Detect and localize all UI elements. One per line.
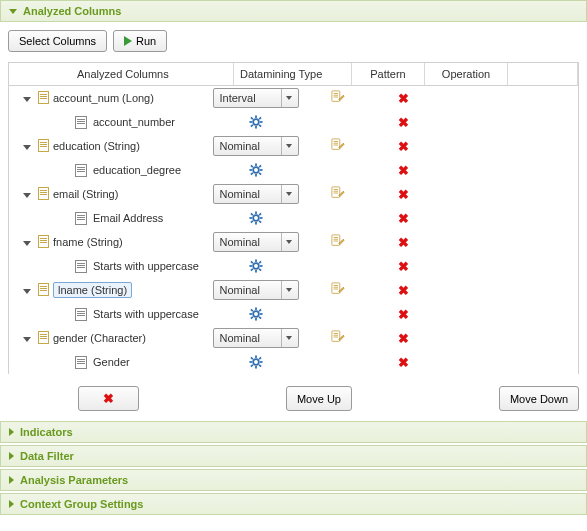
svg-rect-51 — [258, 261, 261, 264]
delete-button[interactable]: ✖ — [78, 386, 139, 411]
column-name: fname (String) — [51, 236, 203, 248]
delete-icon[interactable]: ✖ — [398, 283, 409, 298]
table-row[interactable]: gender (Character)Nominal✖ — [9, 326, 578, 350]
svg-rect-63 — [250, 316, 253, 319]
datamining-dropdown[interactable]: Nominal — [213, 328, 299, 348]
expand-icon[interactable] — [23, 97, 31, 102]
section-data-filter[interactable]: Data Filter — [0, 445, 587, 467]
svg-rect-22 — [250, 165, 253, 168]
table-header: Analyzed Columns Datamining Type Pattern… — [9, 63, 578, 86]
datamining-dropdown[interactable]: Nominal — [213, 184, 299, 204]
datamining-dropdown[interactable]: Nominal — [213, 232, 299, 252]
delete-icon[interactable]: ✖ — [398, 259, 409, 274]
edit-pattern-icon[interactable] — [331, 282, 345, 298]
header-pattern[interactable]: Pattern — [352, 63, 425, 86]
column-icon — [38, 283, 49, 296]
header-operation[interactable]: Operation — [425, 63, 508, 86]
pattern-name: education_degree — [93, 164, 181, 176]
move-up-button[interactable]: Move Up — [286, 386, 352, 411]
chevron-right-icon — [9, 476, 14, 484]
gear-icon[interactable] — [249, 355, 263, 369]
section-title: Analysis Parameters — [20, 474, 128, 486]
svg-rect-36 — [258, 220, 261, 223]
svg-point-30 — [253, 215, 259, 221]
table-row[interactable]: lname (String)Nominal✖ — [9, 278, 578, 302]
delete-icon[interactable]: ✖ — [398, 115, 409, 130]
table-child-row[interactable]: account_number✖ — [9, 110, 578, 134]
gear-icon[interactable] — [249, 163, 263, 177]
delete-icon[interactable]: ✖ — [398, 331, 409, 346]
column-icon — [38, 187, 49, 200]
edit-pattern-icon[interactable] — [331, 234, 345, 250]
select-columns-button[interactable]: Select Columns — [8, 30, 107, 52]
gear-icon[interactable] — [249, 211, 263, 225]
section-title: Analyzed Columns — [23, 5, 121, 17]
expand-icon[interactable] — [23, 193, 31, 198]
delete-icon[interactable]: ✖ — [398, 187, 409, 202]
svg-rect-75 — [258, 364, 261, 367]
section-analysis-parameters[interactable]: Analysis Parameters — [0, 469, 587, 491]
edit-pattern-icon[interactable] — [331, 138, 345, 154]
gear-icon[interactable] — [249, 307, 263, 321]
table-row[interactable]: education (String)Nominal✖ — [9, 134, 578, 158]
svg-rect-6 — [255, 126, 257, 129]
delete-icon[interactable]: ✖ — [398, 163, 409, 178]
header-analyzed-columns[interactable]: Analyzed Columns — [71, 63, 234, 86]
expand-icon[interactable] — [23, 337, 31, 342]
svg-rect-24 — [250, 172, 253, 175]
table-child-row[interactable]: Email Address✖ — [9, 206, 578, 230]
expand-icon[interactable] — [23, 241, 31, 246]
svg-rect-57 — [255, 307, 257, 310]
svg-rect-20 — [249, 169, 252, 171]
pattern-name: Gender — [93, 356, 130, 368]
expand-icon[interactable] — [23, 289, 31, 294]
datamining-dropdown[interactable]: Interval — [213, 88, 299, 108]
delete-icon[interactable]: ✖ — [398, 355, 409, 370]
delete-icon[interactable]: ✖ — [398, 307, 409, 322]
table-child-row[interactable]: Starts with uppercase✖ — [9, 302, 578, 326]
datamining-dropdown[interactable]: Nominal — [213, 136, 299, 156]
expand-icon[interactable] — [23, 145, 31, 150]
svg-rect-64 — [258, 309, 261, 312]
table-child-row[interactable]: Gender✖ — [9, 350, 578, 374]
chevron-right-icon — [9, 500, 14, 508]
svg-rect-70 — [255, 355, 257, 358]
svg-rect-33 — [249, 217, 252, 219]
toolbar: Select Columns Run — [8, 30, 579, 52]
svg-rect-71 — [255, 366, 257, 369]
svg-rect-72 — [249, 361, 252, 363]
table-child-row[interactable]: education_degree✖ — [9, 158, 578, 182]
edit-pattern-icon[interactable] — [331, 90, 345, 106]
svg-rect-47 — [259, 265, 262, 267]
edit-pattern-icon[interactable] — [331, 330, 345, 346]
table-row[interactable]: email (String)Nominal✖ — [9, 182, 578, 206]
delete-icon[interactable]: ✖ — [398, 139, 409, 154]
svg-rect-25 — [258, 165, 261, 168]
header-datamining-type[interactable]: Datamining Type — [234, 63, 352, 86]
svg-rect-23 — [258, 172, 261, 175]
chevron-down-icon — [286, 240, 292, 244]
svg-point-17 — [253, 167, 259, 173]
svg-rect-46 — [249, 265, 252, 267]
section-title: Data Filter — [20, 450, 74, 462]
table-body: account_num (Long)Interval✖account_numbe… — [9, 86, 578, 374]
delete-icon[interactable]: ✖ — [398, 235, 409, 250]
move-down-label: Move Down — [510, 393, 568, 405]
section-context-group-settings[interactable]: Context Group Settings — [0, 493, 587, 515]
delete-icon[interactable]: ✖ — [398, 211, 409, 226]
table-row[interactable]: account_num (Long)Interval✖ — [9, 86, 578, 110]
run-button[interactable]: Run — [113, 30, 167, 52]
section-analyzed-columns[interactable]: Analyzed Columns — [0, 0, 587, 22]
table-row[interactable]: fname (String)Nominal✖ — [9, 230, 578, 254]
section-indicators[interactable]: Indicators — [0, 421, 587, 443]
table-child-row[interactable]: Starts with uppercase✖ — [9, 254, 578, 278]
svg-rect-18 — [255, 163, 257, 166]
move-down-button[interactable]: Move Down — [499, 386, 579, 411]
delete-icon[interactable]: ✖ — [398, 91, 409, 106]
move-up-label: Move Up — [297, 393, 341, 405]
svg-rect-8 — [259, 121, 262, 123]
datamining-dropdown[interactable]: Nominal — [213, 280, 299, 300]
gear-icon[interactable] — [249, 115, 263, 129]
gear-icon[interactable] — [249, 259, 263, 273]
edit-pattern-icon[interactable] — [331, 186, 345, 202]
